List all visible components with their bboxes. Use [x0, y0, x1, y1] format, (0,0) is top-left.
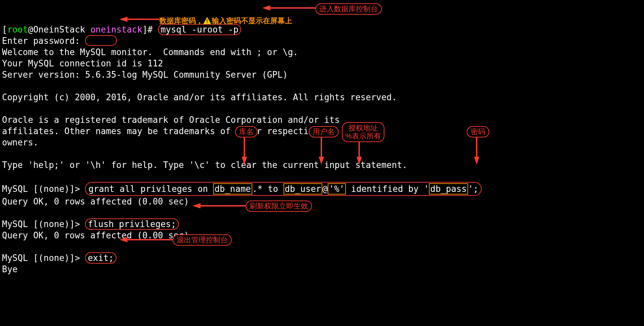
- terminal: [root@OneinStack oneinstack]# mysql -uro…: [0, 0, 644, 326]
- annotation-db-name: 库名: [235, 126, 258, 137]
- svg-marker-14: [474, 157, 479, 165]
- token-host: '%': [328, 183, 346, 195]
- bye: Bye: [2, 264, 18, 274]
- arrow-icon: [262, 5, 315, 11]
- annotation-password-note: 数据库密码，输入密码不显示在屏幕上: [159, 15, 292, 27]
- svg-marker-1: [262, 5, 270, 11]
- warning-icon: [203, 17, 211, 24]
- mysql-prompt: MySQL [(none)]>: [2, 184, 85, 194]
- welcome-line: affiliates. Other names may be trademark…: [2, 126, 319, 136]
- welcome-line: Server version: 5.6.35-log MySQL Communi…: [2, 70, 288, 80]
- annotation-host: 授权地址%表示所有: [342, 122, 384, 142]
- cmd-grant: grant all privileges on db_name.* to db_…: [85, 182, 482, 196]
- welcome-line: Welcome to the MySQL monitor. Commands e…: [2, 47, 298, 57]
- welcome-line: owners.: [2, 137, 39, 147]
- annotation-flush: 刷新权限立即生效: [246, 201, 312, 212]
- annotation-exit: 退出管理控制台: [173, 234, 232, 246]
- welcome-line: Copyright (c) 2000, 2016, Oracle and/or …: [2, 92, 397, 102]
- token-db-pass: db_pass: [429, 183, 468, 195]
- svg-marker-16: [193, 203, 201, 208]
- arrow-icon: [120, 16, 159, 23]
- shell-prompt: [root@OneinStack oneinstack]#: [2, 25, 158, 35]
- arrow-icon: [473, 137, 480, 165]
- query-ok: Query OK, 0 rows affected (0.00 sec): [2, 197, 189, 206]
- annotation-go-console: 进入数据库控制台: [315, 3, 382, 15]
- welcome-line: Your MySQL connection id is 112: [2, 58, 163, 68]
- svg-marker-6: [120, 17, 127, 22]
- token-db-name: db_name: [213, 183, 252, 195]
- welcome-line: Oracle is a registered trademark of Orac…: [2, 115, 340, 125]
- cmd-exit: exit;: [85, 252, 116, 264]
- token-db-user: db_user: [283, 183, 323, 195]
- enter-password-label: Enter password:: [2, 36, 85, 46]
- arrow-icon: [193, 203, 246, 209]
- cmd-flush: flush privileges;: [85, 218, 179, 230]
- annotation-user: 用户名: [309, 126, 339, 137]
- query-ok: Query OK, 0 rows affected (0.00 sec): [2, 230, 189, 240]
- svg-rect-4: [207, 23, 207, 23]
- password-field-outline: [85, 35, 117, 46]
- mysql-prompt: MySQL [(none)]>: [2, 253, 85, 263]
- welcome-line: Type 'help;' or '\h' for help. Type '\c'…: [2, 160, 407, 170]
- mysql-prompt: MySQL [(none)]>: [2, 219, 85, 229]
- annotation-pass: 密码: [467, 126, 489, 137]
- svg-rect-3: [207, 19, 207, 22]
